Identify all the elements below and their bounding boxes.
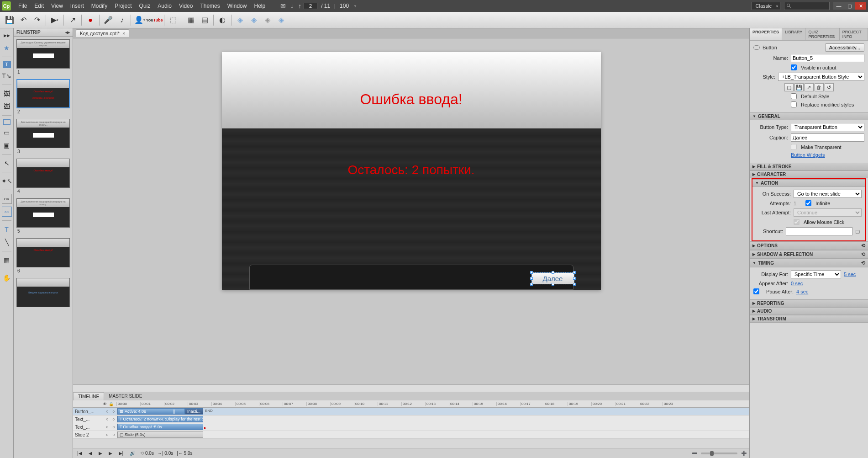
- preview-icon[interactable]: ▶▾: [48, 14, 62, 27]
- highlight-icon[interactable]: [3, 119, 11, 125]
- table-icon[interactable]: ▦: [184, 14, 198, 27]
- timeline-ruler[interactable]: 00:0000:0100:0200:0300:0400:0500:0600:07…: [116, 402, 749, 406]
- menu-quiz[interactable]: Quiz: [136, 3, 154, 9]
- infinite-checkbox[interactable]: [805, 200, 811, 206]
- zoom-value[interactable]: 100: [335, 3, 353, 9]
- refresh-icon[interactable]: ⟲: [861, 243, 865, 249]
- text-tool-icon[interactable]: T: [2, 224, 12, 234]
- rollover-caption-icon[interactable]: ✦↖: [2, 176, 12, 186]
- maximize-button[interactable]: ▢: [844, 2, 855, 10]
- save-icon[interactable]: 💾: [3, 14, 16, 27]
- menu-view[interactable]: View: [47, 3, 67, 9]
- default-style-checkbox[interactable]: [791, 93, 797, 99]
- eye-header-icon[interactable]: 👁: [103, 402, 107, 406]
- menu-insert[interactable]: Insert: [67, 3, 88, 9]
- name-input[interactable]: [791, 54, 864, 62]
- button-tool-icon[interactable]: OK: [2, 194, 12, 204]
- tl-zoom-out-icon[interactable]: ➖: [692, 451, 697, 456]
- menu-themes[interactable]: Themes: [196, 3, 223, 9]
- on-success-dropdown[interactable]: Go to the next slide: [794, 190, 862, 198]
- tl-sound-icon[interactable]: 🔊: [128, 451, 137, 456]
- visible-checkbox[interactable]: [791, 64, 797, 70]
- accessibility-button[interactable]: Accessibility...: [825, 43, 864, 52]
- close-window-button[interactable]: ✕: [855, 2, 866, 10]
- text-entry-icon[interactable]: T↘: [2, 71, 12, 81]
- style-save-icon[interactable]: 💾: [794, 83, 804, 91]
- youtube-icon[interactable]: YouTube: [147, 14, 162, 27]
- section-action[interactable]: ▼ACTION: [752, 179, 865, 187]
- selected-next-button[interactable]: Далее: [531, 272, 574, 284]
- timeline-row-text1[interactable]: Text_...○○ TОсталось: 2 попытки. :Displa…: [73, 415, 749, 423]
- style-apply-icon[interactable]: ↗: [805, 83, 814, 91]
- filmstrip-list[interactable]: Для входа в Систему управления введите п…: [14, 37, 73, 458]
- slide-thumb-2[interactable]: Ошибка ввода!Осталось: 2 попытки 2: [16, 79, 70, 114]
- slide-thumb-6[interactable]: Ошибка ввода! 6: [16, 238, 70, 273]
- star-tool-icon[interactable]: ★: [2, 43, 12, 53]
- shape4-icon[interactable]: ◈: [274, 14, 288, 27]
- master-slide-tab[interactable]: MASTER SLIDE: [104, 392, 147, 400]
- tab-close-icon[interactable]: ×: [122, 31, 125, 36]
- animation-icon[interactable]: ▦: [2, 255, 12, 265]
- current-slide-input[interactable]: [304, 3, 317, 9]
- caption-input[interactable]: [791, 133, 864, 142]
- shortcut-clear-icon[interactable]: ▢: [855, 229, 862, 234]
- pause-after-value[interactable]: 4 sec: [796, 289, 808, 294]
- section-fill-stroke[interactable]: ▶FILL & STROKE: [750, 163, 868, 170]
- slide-subtitle-text[interactable]: Осталось: 2 попытки.: [222, 163, 601, 177]
- slide-canvas[interactable]: Ошибка ввода! Осталось: 2 попытки. Далее: [222, 52, 601, 290]
- menu-help[interactable]: Help: [250, 3, 269, 9]
- replace-modified-checkbox[interactable]: [791, 101, 797, 107]
- canvas-h-scrollbar[interactable]: [73, 384, 749, 392]
- search-box[interactable]: [784, 2, 830, 10]
- tab-properties[interactable]: PROPERTIES: [750, 28, 782, 40]
- section-reporting[interactable]: ▶REPORTING: [750, 299, 868, 307]
- display-for-dropdown[interactable]: Specific Time: [791, 270, 841, 278]
- image-icon[interactable]: 🖼: [2, 89, 12, 99]
- timeline-clip-inactive[interactable]: Inacti...: [185, 408, 203, 415]
- filmstrip-collapse-icon[interactable]: ◂▸: [65, 30, 70, 35]
- character-icon[interactable]: 👤▾: [133, 14, 147, 27]
- click-box-icon[interactable]: ▭: [2, 128, 12, 138]
- button-type-dropdown[interactable]: Transparent Button: [791, 123, 864, 131]
- tab-library[interactable]: LIBRARY: [782, 28, 805, 40]
- menu-modify[interactable]: Modify: [88, 3, 111, 9]
- text-caption-icon[interactable]: T: [3, 61, 11, 68]
- shape2-icon[interactable]: ◈: [247, 14, 261, 27]
- style-delete-icon[interactable]: 🗑: [815, 83, 824, 91]
- style-dropdown[interactable]: +LB_Transparent Button Style: [778, 73, 864, 81]
- timeline-clip[interactable]: TОшибка ввода! :5.0s: [117, 424, 203, 430]
- menu-video[interactable]: Video: [175, 3, 196, 9]
- tl-last-icon[interactable]: ▶|: [117, 451, 125, 456]
- slide-thumb-4[interactable]: Ошибка ввода! 4: [16, 159, 70, 194]
- menu-project[interactable]: Project: [111, 3, 135, 9]
- section-audio[interactable]: ▶AUDIO: [750, 307, 868, 315]
- record-icon[interactable]: ●: [84, 14, 97, 27]
- slide-thumb-5[interactable]: Для выполнения защищеной операции на опл…: [16, 198, 70, 234]
- minimize-button[interactable]: —: [833, 2, 844, 10]
- section-general[interactable]: ▼GENERAL: [750, 112, 868, 120]
- menu-audio[interactable]: Audio: [154, 3, 175, 9]
- undo-icon[interactable]: ↶: [16, 14, 30, 27]
- menu-edit[interactable]: Edit: [31, 3, 47, 9]
- redo-icon[interactable]: ↷: [30, 14, 44, 27]
- line-tool-icon[interactable]: ╲: [2, 237, 12, 247]
- document-tab[interactable]: Код доступа.cptl* ×: [76, 29, 129, 37]
- interaction-icon[interactable]: ⬚: [166, 14, 180, 27]
- slide-thumb-1[interactable]: Для входа в Систему управления введите п…: [16, 39, 70, 75]
- slide-title-text[interactable]: Ошибка ввода!: [222, 91, 601, 108]
- tl-zoom-in-icon[interactable]: ➕: [741, 451, 747, 456]
- pause-after-checkbox[interactable]: [753, 288, 759, 294]
- section-transform[interactable]: ▶TRANSFORM: [750, 315, 868, 323]
- tab-project-info[interactable]: PROJECT INFO: [840, 28, 868, 40]
- zoom-box-icon[interactable]: ▣: [2, 140, 12, 150]
- slide-thumb-3[interactable]: Для выполнения защищеной операции на опл…: [16, 119, 70, 154]
- shape1-icon[interactable]: ◈: [233, 14, 247, 27]
- shape3-icon[interactable]: ◈: [261, 14, 274, 27]
- tl-prev-icon[interactable]: ◀: [87, 451, 94, 456]
- button-widgets-link[interactable]: Button Widgets: [791, 152, 825, 158]
- tl-next-icon[interactable]: ▶: [107, 451, 114, 456]
- publish-icon[interactable]: ↗: [66, 14, 79, 27]
- download-icon[interactable]: ↓: [288, 2, 296, 10]
- menu-window[interactable]: Window: [224, 3, 251, 9]
- section-timing[interactable]: ▼TIMING⟲: [750, 259, 868, 267]
